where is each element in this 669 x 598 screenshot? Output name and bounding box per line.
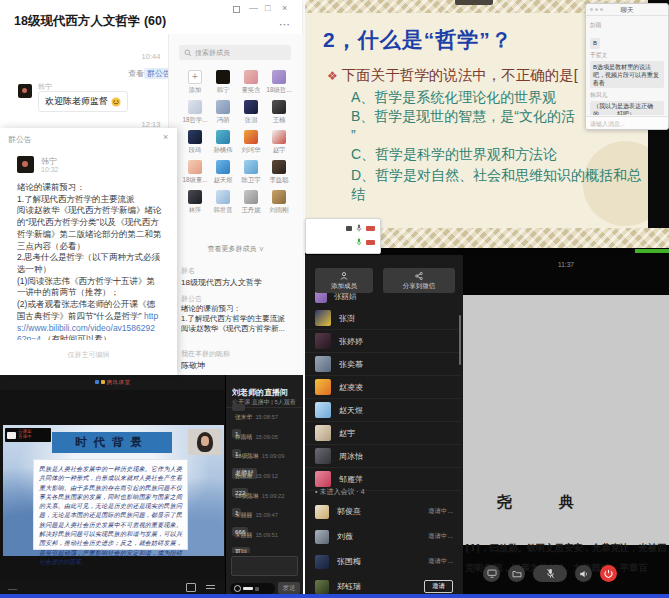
avatar[interactable] — [216, 190, 230, 204]
avatar — [17, 156, 34, 173]
lecture-slide-title: 时代背景 — [75, 435, 149, 450]
avatar[interactable] — [216, 130, 230, 144]
share-to-wechat-button[interactable]: 分享到微信 — [383, 268, 455, 293]
member-label: 18级童... — [182, 176, 208, 185]
member-cell[interactable]: 林萍 — [181, 190, 209, 215]
voice-status-row — [346, 224, 375, 232]
chat-sender: 彭雨 — [590, 21, 664, 30]
screen-share-button[interactable] — [483, 565, 500, 582]
collapse-dash-icon[interactable]: — — [8, 584, 17, 594]
avatar[interactable] — [272, 160, 286, 174]
end-call-button[interactable] — [600, 565, 617, 582]
member-row[interactable]: 赵天煜 — [305, 399, 461, 422]
avatar[interactable] — [272, 100, 286, 114]
member-cell[interactable]: 韩宁 — [209, 70, 237, 95]
pending-member-row: 张国梅邀请中... — [305, 549, 461, 574]
avatar[interactable] — [188, 100, 202, 114]
minimize-icon[interactable]: — — [249, 3, 258, 13]
member-cell[interactable]: 童笑含 — [237, 70, 265, 95]
member-cell[interactable]: 18哲学... — [181, 100, 209, 125]
avatar[interactable] — [244, 190, 258, 204]
invite-button[interactable]: 邀请 — [424, 580, 453, 593]
member-cell[interactable]: 18级童... — [181, 160, 209, 185]
mic-control-pill[interactable] — [230, 583, 275, 594]
live-chat-message: 张米华15:08:571 — [232, 413, 300, 433]
avatar[interactable] — [188, 130, 202, 144]
member-cell[interactable]: 王楠 — [265, 100, 293, 125]
close-icon[interactable]: × — [163, 132, 168, 142]
chat-panel-header[interactable]: 聊天 — [586, 4, 668, 16]
avatar[interactable] — [244, 100, 258, 114]
avatar[interactable] — [188, 160, 202, 174]
avatar[interactable] — [244, 160, 258, 174]
avatar[interactable] — [18, 84, 32, 98]
scrollbar[interactable] — [459, 315, 461, 365]
member-cell[interactable]: 陈卫宇 — [237, 160, 265, 185]
avatar[interactable] — [272, 130, 286, 144]
member-row[interactable]: 周冰怡 — [305, 445, 461, 468]
mute-badge[interactable] — [366, 226, 375, 231]
group-name-value[interactable]: 18级现代西方人文哲学 — [181, 277, 297, 288]
add-member-button[interactable]: 添加成员 — [315, 268, 373, 293]
owner-only-note: 仅群主可编辑 — [0, 350, 177, 360]
avatar[interactable] — [188, 190, 202, 204]
search-icon — [184, 49, 192, 57]
member-cell[interactable]: 李益聪 — [265, 160, 293, 185]
more-menu-icon[interactable]: ⋯ — [279, 18, 291, 31]
member-cell[interactable]: 刘雨刚 — [265, 190, 293, 215]
gift-box-icon[interactable] — [186, 583, 196, 592]
close-icon[interactable]: × — [282, 3, 287, 13]
member-cell[interactable]: 刘珂华 — [237, 130, 265, 155]
member-cell[interactable]: 段琦 — [181, 130, 209, 155]
pin-icon[interactable] — [233, 6, 240, 13]
voice-status-popup — [305, 218, 381, 254]
member-cell[interactable]: 18级哲... — [265, 70, 293, 95]
live-chat-input[interactable] — [231, 556, 298, 576]
member-grid: +添加 韩宁 童笑含 18级哲... 18哲学... 冯萌 张澍 王楠 段琦 孙… — [181, 70, 293, 215]
member-cell[interactable]: 张澍 — [237, 100, 265, 125]
member-row[interactable]: 张澍 — [305, 307, 461, 330]
member-label: 冯萌 — [210, 116, 236, 125]
chat-sender: 于星文 — [590, 51, 664, 60]
add-icon[interactable]: + — [188, 70, 202, 84]
search-member-input[interactable]: 搜索群成员 — [179, 45, 291, 60]
watermark-plaque: 云课堂直播中 — [5, 428, 51, 442]
member-row[interactable]: 张奕慕 — [305, 353, 461, 376]
avatar[interactable] — [272, 190, 286, 204]
member-cell[interactable]: 韩世晋 — [209, 190, 237, 215]
maximize-icon[interactable]: □ — [265, 3, 270, 13]
pending-member-row: 郭俊熹邀请中... — [305, 499, 461, 524]
avatar[interactable] — [216, 70, 230, 84]
send-button[interactable]: 发送 — [278, 582, 300, 594]
pending-section-header: • 未进入会议 · 4 — [315, 487, 365, 497]
avatar[interactable] — [244, 70, 258, 84]
my-nickname-value[interactable]: 陈敬坤 — [181, 360, 297, 371]
mute-badge[interactable] — [366, 240, 375, 245]
member-row[interactable]: 赵宇 — [305, 422, 461, 445]
playlist-icon[interactable] — [206, 583, 215, 590]
group-announcement-preview[interactable]: 绪论的课前预习： 1.了解现代西方哲学的主要流派 阅读赵敦华《现代西方哲学新..… — [181, 304, 297, 334]
mic-muted-button[interactable] — [533, 565, 567, 582]
add-member-cell[interactable]: +添加 — [181, 70, 209, 95]
member-cell[interactable]: 赵宇 — [265, 130, 293, 155]
chat-message-bubble: 欢迎陈老师监督 — [38, 91, 128, 112]
collapsed-toolbar-tab[interactable] — [455, 0, 493, 5]
folder-button[interactable] — [508, 565, 525, 582]
group-name-label: 群名 — [181, 266, 195, 276]
member-row[interactable]: 张婷婷 — [305, 330, 461, 353]
member-cell[interactable]: 王丹妮 — [237, 190, 265, 215]
avatar[interactable] — [244, 130, 258, 144]
avatar[interactable] — [216, 100, 230, 114]
lecture-slide-video[interactable]: 云课堂直播中 时代背景 民族是人类社会发展中的一种历史现象。它作为人类共同体的一… — [3, 425, 224, 556]
member-row[interactable]: 赵凌凌 — [305, 376, 461, 399]
view-more-members-link[interactable]: 查看更多群成员 ∨ — [169, 244, 303, 254]
avatar[interactable] — [272, 70, 286, 84]
member-cell[interactable]: 孙橘伟 — [209, 130, 237, 155]
member-cell[interactable]: 赵天煜 — [209, 160, 237, 185]
member-cell[interactable]: 冯萌 — [209, 100, 237, 125]
add-member-label: 添加成员 — [331, 282, 357, 291]
speaker-button[interactable] — [575, 565, 592, 582]
avatar[interactable] — [216, 160, 230, 174]
invite-status: 邀请中... — [428, 532, 453, 541]
chat-input[interactable]: 请输入消息... — [586, 116, 668, 129]
